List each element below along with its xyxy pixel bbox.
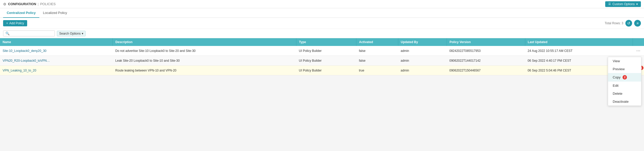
cell-updated_by: admin xyxy=(398,46,447,56)
cell-description: Do not advertise Site-10 Loopback0 to Si… xyxy=(113,46,296,56)
header-bar: ⚙ CONFIGURATION | POLICIES ☰ Custom Opti… xyxy=(0,0,644,8)
search-icon: 🔍 xyxy=(5,31,10,35)
row-actions-button[interactable]: ⋯ xyxy=(635,48,641,54)
cell-description: Route leaking between VPN-10 and VPN-20 xyxy=(113,66,296,75)
search-input[interactable] xyxy=(10,32,41,35)
add-policy-button[interactable]: + Add Policy xyxy=(3,20,27,26)
context-menu-item-view[interactable]: View xyxy=(608,57,641,65)
context-menu: ViewPreviewCopy2EditDeleteDeactivate xyxy=(608,57,641,75)
table-header-row: Name Description Type Activated Updated … xyxy=(0,38,644,46)
table-row: VPN_Leaking_10_to_20Route leaking betwee… xyxy=(0,66,644,75)
cell-last_updated: 24 Aug 2022 10:55:17 AM CEST xyxy=(525,46,633,56)
refresh-button[interactable]: ↺ xyxy=(625,20,632,27)
tab-localized-policy[interactable]: Localized Policy xyxy=(39,8,71,18)
toolbar: + Add Policy Total Rows: 3 ↺ ≡ xyxy=(0,18,644,29)
search-options-label: Search Options xyxy=(59,32,81,35)
cell-actions: ⋯ xyxy=(633,46,644,56)
cell-activated: false xyxy=(356,46,398,56)
search-options-arrow-icon: ▾ xyxy=(82,32,83,35)
col-updated-by: Updated By xyxy=(398,38,447,46)
col-actions xyxy=(633,38,644,46)
col-policy-version: Policy Version xyxy=(447,38,525,46)
copy-badge: 2 xyxy=(623,75,627,75)
cell-name: Site-10_Loopback0_deny20_30 xyxy=(0,46,113,56)
col-name: Name xyxy=(0,38,113,46)
col-type: Type xyxy=(296,38,356,46)
context-menu-item-copy[interactable]: Copy2 xyxy=(608,73,641,75)
table-row: VPN20_R20-Loopback0_toVPN…Leak Site-20 L… xyxy=(0,56,644,66)
cell-description: Leak Site-20 Loopback0 to Site-10 and Si… xyxy=(113,56,296,66)
col-activated: Activated xyxy=(356,38,398,46)
search-options-button[interactable]: Search Options ▾ xyxy=(57,31,86,36)
cell-updated_by: admin xyxy=(398,66,447,75)
custom-options-arrow-icon: ▾ xyxy=(636,2,638,6)
context-menu-item-label: View xyxy=(613,59,620,63)
custom-options-icon: ☰ xyxy=(608,2,611,6)
context-menu-item-label: Preview xyxy=(613,67,625,71)
search-bar: 🔍 Search Options ▾ xyxy=(0,29,644,38)
header-separator: | xyxy=(38,2,39,6)
policy-table-wrap: Name Description Type Activated Updated … xyxy=(0,38,644,75)
cell-type: UI Policy Builder xyxy=(296,56,356,66)
cell-policy_version: 09062022T144017142 xyxy=(447,56,525,66)
header-subtitle: POLICIES xyxy=(40,2,56,6)
tab-centralized-policy[interactable]: Centralized Policy xyxy=(3,8,39,18)
cell-activated: true xyxy=(356,66,398,75)
context-menu-item-preview[interactable]: Preview xyxy=(608,65,641,73)
cell-policy_version: 09062022T150446567 xyxy=(447,66,525,75)
cell-activated: false xyxy=(356,56,398,66)
custom-options-button[interactable]: ☰ Custom Options ▾ xyxy=(605,1,641,7)
cell-type: UI Policy Builder xyxy=(296,66,356,75)
cell-policy_version: 08242022T085517953 xyxy=(447,46,525,56)
search-input-wrap: 🔍 xyxy=(3,30,55,36)
header-title: CONFIGURATION xyxy=(8,2,36,6)
cell-name: VPN20_R20-Loopback0_toVPN… xyxy=(0,56,113,66)
cell-name: VPN_Leaking_10_to_20 xyxy=(0,66,113,75)
cell-type: UI Policy Builder xyxy=(296,46,356,56)
total-rows-label: Total Rows: 3 xyxy=(605,21,623,25)
tabs-bar: Centralized Policy Localized Policy xyxy=(0,8,644,18)
cell-updated_by: admin xyxy=(398,56,447,66)
gear-icon: ⚙ xyxy=(3,2,6,6)
col-last-updated: Last Updated xyxy=(525,38,633,46)
menu-button[interactable]: ≡ xyxy=(634,20,641,27)
policy-table: Name Description Type Activated Updated … xyxy=(0,38,644,75)
toolbar-right: Total Rows: 3 ↺ ≡ xyxy=(605,20,641,27)
custom-options-label: Custom Options xyxy=(612,2,635,6)
add-policy-plus-icon: + xyxy=(6,21,8,25)
col-description: Description xyxy=(113,38,296,46)
header-left: ⚙ CONFIGURATION | POLICIES xyxy=(3,2,56,6)
table-row: Site-10_Loopback0_deny20_30Do not advert… xyxy=(0,46,644,56)
add-policy-label: Add Policy xyxy=(9,21,24,25)
